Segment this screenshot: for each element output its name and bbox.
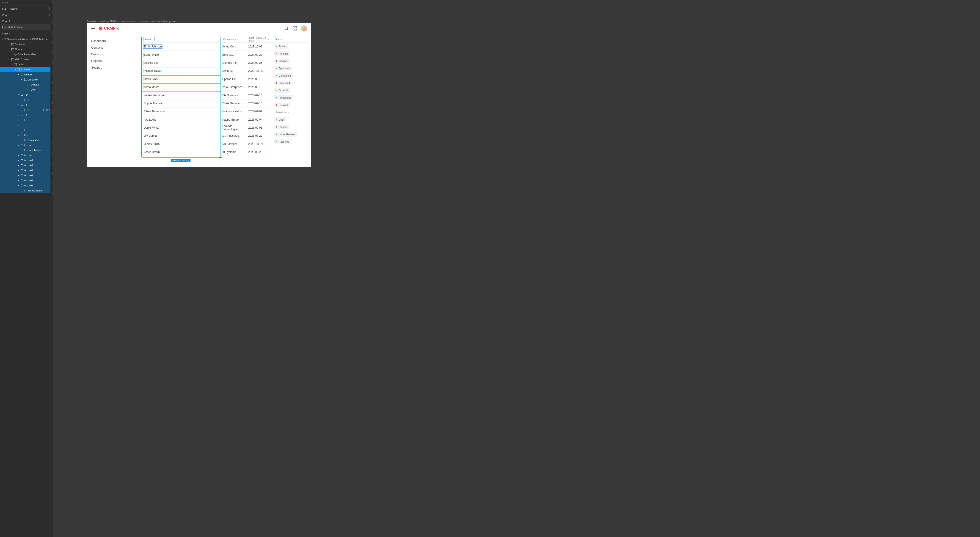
table-cell-status[interactable]: Cancelled bbox=[272, 79, 308, 87]
column-header-customer[interactable]: Customer ▾ bbox=[221, 36, 246, 43]
layer-row[interactable]: T bbox=[0, 117, 53, 123]
table-cell-date[interactable]: 2023-08-23 bbox=[247, 148, 272, 156]
layer-row[interactable]: ▾Container bbox=[0, 42, 53, 47]
hamburger-icon[interactable] bbox=[91, 27, 95, 30]
table-cell-customer[interactable]: Gamma Inc bbox=[221, 59, 246, 67]
table-cell-status[interactable]: Processing bbox=[272, 94, 308, 101]
layer-row[interactable]: ▾table bbox=[0, 62, 53, 67]
layer-row[interactable]: ▾Side Panel Menu bbox=[0, 52, 53, 57]
table-cell-name[interactable]: Olivia Moore bbox=[142, 83, 220, 91]
layer-row[interactable]: ▾text cell bbox=[0, 178, 53, 183]
table-cell-customer[interactable]: Kappa Group bbox=[221, 116, 246, 124]
canvas[interactable]: Generate a table for a CRM that contains… bbox=[53, 0, 980, 537]
layer-row[interactable]: ▾text cell bbox=[0, 158, 53, 163]
layer-row[interactable]: TJames Wilson bbox=[0, 188, 53, 193]
table-cell-date[interactable]: 2023-09-10 bbox=[247, 99, 272, 108]
table-cell-customer[interactable]: Theta Services bbox=[221, 99, 246, 108]
layer-row[interactable]: TDro bbox=[0, 87, 53, 92]
table-cell-customer[interactable]: Nu Partners bbox=[221, 140, 246, 148]
table-cell-date[interactable]: 2023-08-29 bbox=[247, 132, 272, 140]
table-cell-customer[interactable]: Epsilon Co bbox=[221, 75, 246, 83]
table-cell-status[interactable]: Completed bbox=[272, 72, 308, 79]
grid-icon[interactable] bbox=[293, 26, 297, 31]
table-cell-customer[interactable]: Iota Innovations bbox=[221, 108, 246, 116]
layer-row[interactable]: T bbox=[0, 127, 53, 132]
table-cell-name[interactable]: William Rodriguez bbox=[142, 91, 220, 99]
tab-file[interactable]: File bbox=[2, 7, 6, 10]
layer-row[interactable]: ▾text cell bbox=[0, 163, 53, 168]
table-cell-name[interactable]: David Clark bbox=[142, 75, 220, 83]
table-cell-name[interactable]: Grace Brown bbox=[142, 148, 220, 156]
layer-row[interactable]: ▾T bbox=[0, 123, 53, 127]
table-cell-status[interactable]: Active bbox=[272, 43, 308, 50]
table-cell-date[interactable]: 2023-09-01 bbox=[247, 124, 272, 132]
layer-row[interactable]: ▾Main Content bbox=[0, 57, 53, 62]
table-cell-date[interactable]: 2023–08–26 bbox=[247, 140, 272, 148]
table-cell-date[interactable]: 2023-09-13 bbox=[247, 91, 272, 99]
column-header-avatar[interactable]: Avatar ▾ bbox=[142, 36, 220, 43]
table-cell-customer[interactable]: Delta Ltd bbox=[221, 67, 246, 75]
table-cell-status[interactable]: Resolved bbox=[272, 138, 308, 145]
table-cell-name[interactable]: Michael Davis bbox=[142, 67, 220, 75]
table-cell-status[interactable]: Draft bbox=[272, 116, 308, 123]
sidebar-item-reports[interactable]: Reports bbox=[91, 57, 137, 64]
table-cell-name[interactable]: Ava Lewis bbox=[142, 116, 220, 124]
table-cell-date[interactable]: 2023-09-07 bbox=[247, 108, 272, 116]
table-cell-customer[interactable]: Beta LLC bbox=[221, 51, 246, 59]
breadcrumb[interactable]: Drafts bbox=[0, 0, 53, 5]
layer-row[interactable]: TOlivia Marti bbox=[0, 137, 53, 143]
page-item[interactable]: Page 1 bbox=[0, 18, 53, 24]
search-icon[interactable] bbox=[284, 26, 289, 31]
table-cell-customer[interactable]: Zeta Enterprises bbox=[221, 83, 246, 91]
table-cell-name[interactable]: Sarah Wilson bbox=[142, 51, 220, 59]
table-cell-status[interactable]: Scheduled▾ bbox=[272, 109, 308, 116]
table-cell-date[interactable]: 2023–09–22 bbox=[247, 67, 272, 75]
table-cell-name[interactable]: Jessica Lee bbox=[142, 59, 220, 67]
layer-row[interactable]: TDropdo bbox=[0, 82, 53, 87]
layer-row[interactable]: TLiam Anders bbox=[0, 148, 53, 153]
tab-assets[interactable]: Assets bbox=[10, 7, 18, 10]
sidebar-item-settings[interactable]: Settings bbox=[91, 64, 137, 71]
layer-row[interactable]: TN bbox=[0, 107, 53, 112]
column-header-date[interactable]: Last Follow-Up Date ▾ bbox=[247, 36, 272, 43]
table-cell-date[interactable]: 2023-09-16 bbox=[247, 83, 272, 91]
table-cell-customer[interactable]: Acme Corp bbox=[221, 43, 246, 51]
sidebar-item-deals[interactable]: Deals bbox=[91, 51, 137, 57]
table-cell-customer[interactable]: Lambda Technologies bbox=[221, 124, 246, 132]
avatar[interactable] bbox=[301, 25, 307, 32]
column-header-status[interactable]: Status ▾ bbox=[272, 36, 308, 43]
table-cell-customer[interactable]: Mu Industries bbox=[221, 132, 246, 140]
table-cell-name[interactable]: James Smith bbox=[142, 140, 220, 148]
table-cell-status[interactable]: Under Review bbox=[272, 131, 308, 138]
table-cell-status[interactable]: Delayed bbox=[272, 101, 308, 109]
table-cell-name[interactable]: Emily Johnson bbox=[142, 43, 220, 51]
table-cell-status[interactable]: On Hold bbox=[272, 87, 308, 94]
layer-row[interactable]: ▾Te bbox=[0, 102, 53, 107]
table-cell-name[interactable]: Ethan Thompson bbox=[142, 108, 220, 116]
lock-icon[interactable] bbox=[46, 109, 48, 111]
table-cell-date[interactable]: 2023-09-25 bbox=[247, 59, 272, 67]
layer-row[interactable]: TN bbox=[0, 97, 53, 102]
layer-row[interactable]: ▾text ce bbox=[0, 143, 53, 148]
layer-row[interactable]: ▾text cell bbox=[0, 173, 53, 178]
table-cell-customer[interactable]: Xi Systems bbox=[221, 148, 246, 156]
table-cell-name[interactable]: Daniel White bbox=[142, 124, 220, 132]
table-cell-date[interactable]: 2023-09-04 bbox=[247, 116, 272, 124]
table-cell-status[interactable]: Inactive bbox=[272, 57, 308, 65]
page-item[interactable]: First Draft Feature bbox=[1, 24, 52, 30]
table-cell-date[interactable]: 2023-09-28 bbox=[247, 51, 272, 59]
layer-row[interactable]: ▾Header bbox=[0, 72, 53, 77]
layer-row[interactable]: ▾Dropdow bbox=[0, 77, 53, 82]
table-cell-status[interactable]: Approved bbox=[272, 65, 308, 72]
table-cell-name[interactable]: Lily Garcia bbox=[142, 132, 220, 140]
search-icon[interactable] bbox=[48, 7, 51, 10]
layer-root[interactable]: ▸ Generate a table for a CRM that contai… bbox=[0, 37, 53, 42]
table-cell-name[interactable]: Sophia Martinez bbox=[142, 99, 220, 108]
design-frame[interactable]: CRMPro DashboardContactsDealsReportsSett… bbox=[87, 23, 311, 167]
sidebar-item-contacts[interactable]: Contacts bbox=[91, 44, 137, 51]
layer-row[interactable]: ▾Tex bbox=[0, 92, 53, 97]
sidebar-item-dashboard[interactable]: Dashboard bbox=[91, 38, 137, 44]
layer-row[interactable]: ▾text ce bbox=[0, 153, 53, 158]
table-cell-customer[interactable]: Eta Solutions bbox=[221, 91, 246, 99]
layer-row[interactable]: ▾text bbox=[0, 132, 53, 137]
